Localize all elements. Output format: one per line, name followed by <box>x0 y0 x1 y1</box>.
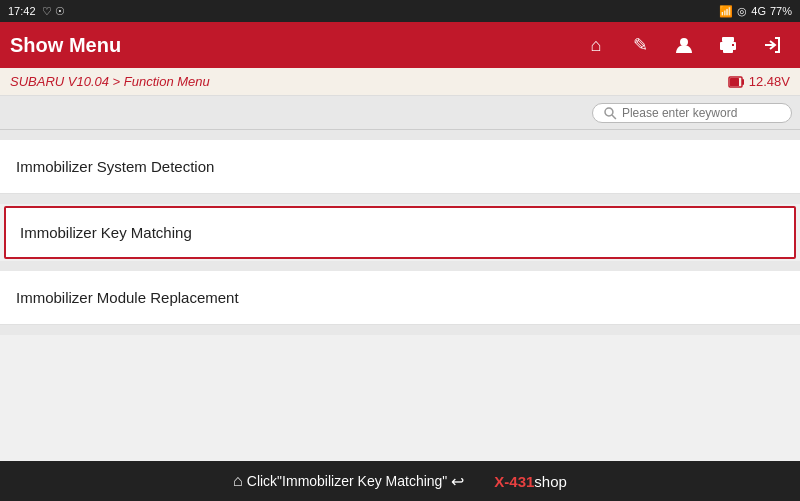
menu-gap-1 <box>0 194 800 204</box>
search-input[interactable] <box>622 106 781 120</box>
status-icons: ♡ ☉ <box>42 5 65 18</box>
svg-rect-8 <box>730 78 739 86</box>
status-bar: 17:42 ♡ ☉ 📶 ◎ 4G 77% <box>0 0 800 22</box>
footer-bar: ⌂ Click"Immobilizer Key Matching" ↩ X-43… <box>0 461 800 501</box>
status-network: 📶 <box>719 5 733 18</box>
menu-gap-3 <box>0 325 800 335</box>
svg-rect-4 <box>732 44 734 46</box>
brand-name: X-431 <box>494 473 534 490</box>
menu-list: Immobilizer System Detection Immobilizer… <box>0 130 800 335</box>
menu-gap-2 <box>0 261 800 271</box>
status-time: 17:42 <box>8 5 36 17</box>
brand-area: X-431shop <box>494 473 567 490</box>
edit-button[interactable]: ✎ <box>622 27 658 63</box>
exit-button[interactable] <box>754 27 790 63</box>
search-bar <box>0 96 800 130</box>
status-gps: ◎ <box>737 5 747 18</box>
status-battery: 77% <box>770 5 792 17</box>
footer-text: Click"Immobilizer Key Matching" <box>247 473 448 489</box>
footer-back-icon: ↩ <box>451 472 464 491</box>
search-input-wrap[interactable] <box>592 103 792 123</box>
brand-shop: shop <box>534 473 567 490</box>
voltage: 12.48V <box>728 74 790 89</box>
home-button[interactable]: ⌂ <box>578 27 614 63</box>
svg-rect-1 <box>722 37 734 42</box>
voltage-value: 12.48V <box>749 74 790 89</box>
svg-point-0 <box>680 38 688 46</box>
breadcrumb: SUBARU V10.04 > Function Menu <box>10 74 210 89</box>
toolbar: Show Menu ⌂ ✎ <box>0 22 800 68</box>
menu-gap-top <box>0 130 800 140</box>
page: 17:42 ♡ ☉ 📶 ◎ 4G 77% Show Menu ⌂ ✎ <box>0 0 800 501</box>
list-item[interactable]: Immobilizer System Detection <box>0 140 800 194</box>
footer-home-icon: ⌂ <box>233 472 243 490</box>
svg-line-10 <box>612 114 616 118</box>
user-button[interactable] <box>666 27 702 63</box>
list-item[interactable]: Immobilizer Module Replacement <box>0 271 800 325</box>
content-area: Immobilizer System Detection Immobilizer… <box>0 96 800 501</box>
toolbar-title: Show Menu <box>10 34 121 57</box>
svg-rect-3 <box>723 48 733 53</box>
svg-rect-7 <box>742 79 744 85</box>
status-signal-type: 4G <box>751 5 766 17</box>
content-spacer <box>0 335 800 465</box>
search-icon <box>603 106 617 120</box>
toolbar-icons: ⌂ ✎ <box>578 27 790 63</box>
list-item[interactable]: Immobilizer Key Matching <box>4 206 796 259</box>
svg-point-9 <box>605 108 613 116</box>
print-button[interactable] <box>710 27 746 63</box>
breadcrumb-bar: SUBARU V10.04 > Function Menu 12.48V <box>0 68 800 96</box>
